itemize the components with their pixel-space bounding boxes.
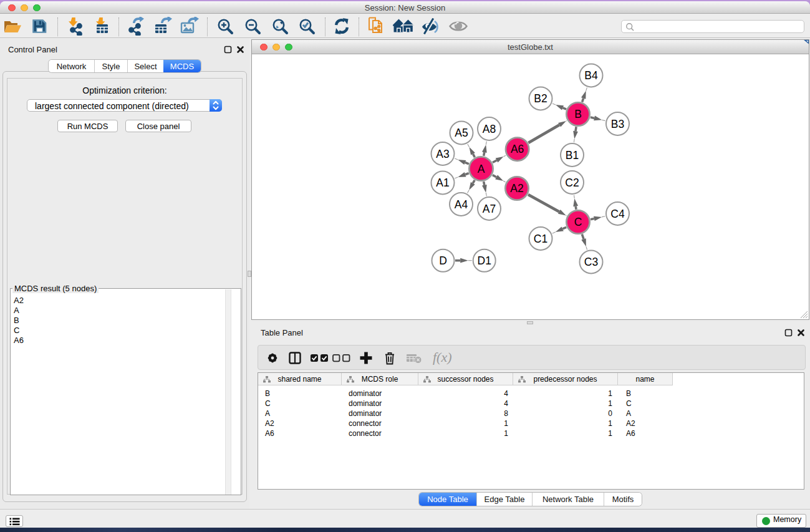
svg-text:D1: D1 [478, 254, 491, 267]
svg-text:B2: B2 [534, 92, 547, 105]
svg-text:C2: C2 [565, 177, 579, 189]
svg-text:A2: A2 [510, 182, 523, 195]
svg-text:A: A [478, 163, 485, 175]
svg-text:B1: B1 [566, 149, 579, 162]
svg-text:A6: A6 [511, 143, 524, 155]
svg-text:C3: C3 [584, 256, 598, 268]
svg-text:A3: A3 [436, 148, 449, 160]
svg-text:B3: B3 [611, 118, 624, 130]
svg-text:C: C [574, 216, 582, 228]
svg-text:B4: B4 [584, 69, 598, 82]
svg-text:A1: A1 [436, 177, 449, 189]
svg-text:A4: A4 [455, 198, 468, 211]
svg-text:A8: A8 [483, 123, 496, 135]
svg-text:B: B [574, 108, 582, 120]
svg-text:C1: C1 [534, 233, 547, 245]
svg-text:A5: A5 [455, 127, 468, 139]
svg-text:C4: C4 [610, 208, 625, 220]
svg-text:D: D [439, 254, 447, 267]
svg-text:A7: A7 [483, 203, 496, 215]
